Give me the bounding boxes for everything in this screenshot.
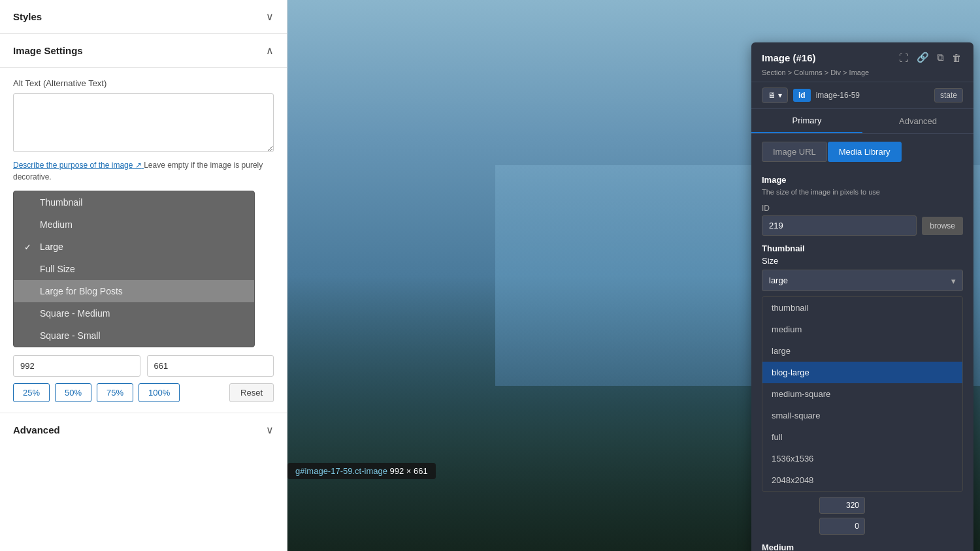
source-tab-library[interactable]: Media Library	[828, 142, 902, 162]
image-hint-link[interactable]: Describe the purpose of the image ↗	[13, 161, 144, 170]
size-option-large[interactable]: large	[762, 340, 962, 362]
size-option-1536[interactable]: 1536x1536	[762, 448, 962, 469]
advanced-section-header[interactable]: Advanced ∨	[0, 413, 287, 447]
panel-icons: ⛶ 🔗 ⧉ 🗑	[898, 50, 963, 65]
panel-title: Image (#16)	[762, 52, 816, 63]
dropdown-item-medium[interactable]: Medium	[14, 213, 254, 236]
tab-primary[interactable]: Primary	[751, 109, 862, 133]
panel-tabs: Primary Advanced	[751, 109, 973, 134]
browse-button[interactable]: browse	[922, 217, 963, 235]
size-select-arrow-icon: ▾	[951, 276, 956, 285]
size-select-display[interactable]: large ▾	[762, 270, 963, 291]
advanced-chevron-icon: ∨	[266, 424, 274, 436]
dropdown-list: Thumbnail Medium ✓ Large Full Size Large…	[13, 191, 255, 347]
width-input[interactable]	[13, 355, 140, 377]
size-dropdown: Thumbnail Medium ✓ Large Full Size Large…	[13, 191, 274, 347]
dropdown-item-fullsize[interactable]: Full Size	[14, 258, 254, 280]
dropdown-item-blog-posts[interactable]: Large for Blog Posts	[14, 280, 254, 302]
size-label: Size	[762, 256, 963, 266]
image-settings-title: Image Settings	[13, 45, 83, 56]
image-desc: The size of the image in pixels to use	[762, 187, 963, 197]
dropdown-item-large[interactable]: ✓ Large	[14, 236, 254, 258]
size-option-medium[interactable]: medium	[762, 319, 962, 340]
id-number-input[interactable]	[762, 215, 917, 236]
tooltip-dim-value: 992 × 661	[390, 466, 428, 476]
id-row: browse	[762, 215, 963, 236]
tab-advanced[interactable]: Advanced	[862, 109, 973, 133]
desktop-icon: 🖥	[768, 91, 776, 100]
dropdown-item-square-medium[interactable]: Square - Medium	[14, 302, 254, 324]
copy-icon-btn[interactable]: ⧉	[936, 50, 945, 65]
advanced-title: Advanced	[13, 424, 60, 435]
panel-header: Image (#16) ⛶ 🔗 ⧉ 🗑 Section > Columns > …	[751, 42, 973, 82]
state-badge[interactable]: state	[934, 88, 963, 102]
right-panel: Image (#16) ⛶ 🔗 ⧉ 🗑 Section > Columns > …	[751, 42, 973, 551]
device-chevron-icon: ▾	[778, 91, 782, 100]
id-badge[interactable]: id	[793, 89, 811, 102]
panel-title-row: Image (#16) ⛶ 🔗 ⧉ 🗑	[762, 50, 963, 65]
delete-icon-btn[interactable]: 🗑	[951, 51, 963, 65]
image-settings-chevron-icon: ∧	[266, 44, 274, 57]
id-field-label: ID	[762, 204, 963, 213]
image-settings-content: Alt Text (Alternative Text) Describe the…	[0, 68, 287, 413]
dropdown-item-thumbnail[interactable]: Thumbnail	[14, 191, 254, 213]
panel-toolbar: 🖥 ▾ id image-16-59 state	[751, 82, 973, 109]
source-tab-url[interactable]: Image URL	[762, 142, 827, 162]
size-option-2048[interactable]: 2048x2048	[762, 469, 962, 491]
pct-75-button[interactable]: 75%	[97, 383, 133, 402]
thumb-section-title: Thumbnail	[762, 244, 963, 253]
tooltip-hash: g#image-17-59.ct-image	[295, 466, 387, 476]
medium-section-title: Medium	[762, 543, 963, 551]
reset-button[interactable]: Reset	[229, 383, 274, 402]
pct-25-button[interactable]: 25%	[13, 383, 50, 402]
pct-100-button[interactable]: 100%	[139, 383, 180, 402]
sidebar: Styles ∨ Image Settings ∧ Alt Text (Alte…	[0, 0, 287, 551]
thumb-width-row	[762, 497, 963, 514]
styles-title: Styles	[13, 11, 42, 22]
height-input[interactable]	[147, 355, 274, 377]
size-option-small-square[interactable]: small-square	[762, 405, 962, 426]
alt-text-input[interactable]	[13, 93, 274, 152]
size-options-dropdown: thumbnail medium large blog-large medium…	[762, 296, 963, 492]
alt-text-label: Alt Text (Alternative Text)	[13, 78, 274, 88]
device-selector[interactable]: 🖥 ▾	[762, 87, 788, 103]
size-option-blog-large[interactable]: blog-large	[762, 362, 962, 383]
dropdown-item-square-small[interactable]: Square - Small	[14, 324, 254, 347]
image-settings-section-header[interactable]: Image Settings ∧	[0, 34, 287, 68]
pct-row: 25% 50% 75% 100% Reset	[13, 383, 274, 402]
size-option-full[interactable]: full	[762, 426, 962, 448]
size-select-wrapper: large ▾	[762, 270, 963, 291]
image-hint: Describe the purpose of the image ↗ Leav…	[13, 159, 274, 183]
tooltip-bar: g#image-17-59.ct-image 992 × 661	[287, 463, 436, 479]
styles-chevron-icon: ∨	[266, 10, 274, 23]
size-option-thumbnail[interactable]: thumbnail	[762, 297, 962, 319]
thumb-height-row	[762, 518, 963, 535]
styles-section-header[interactable]: Styles ∨	[0, 0, 287, 34]
thumb-width-input[interactable]	[819, 497, 865, 514]
size-option-medium-square[interactable]: medium-square	[762, 383, 962, 405]
panel-body: Image The size of the image in pixels to…	[751, 167, 973, 551]
thumb-height-input[interactable]	[819, 518, 865, 535]
source-tabs: Image URL Media Library	[751, 134, 973, 167]
id-value: image-16-59	[816, 91, 929, 100]
hierarchy-icon-btn[interactable]: ⛶	[898, 51, 910, 65]
link-icon-btn[interactable]: 🔗	[915, 50, 930, 65]
pct-50-button[interactable]: 50%	[55, 383, 91, 402]
dimension-row	[13, 355, 274, 377]
image-section-title: Image	[762, 175, 963, 185]
panel-breadcrumb: Section > Columns > Div > Image	[762, 69, 963, 76]
